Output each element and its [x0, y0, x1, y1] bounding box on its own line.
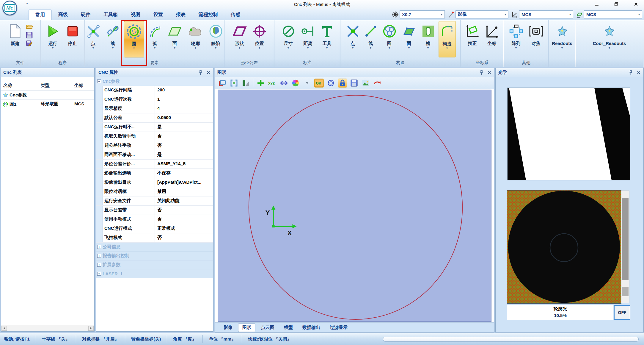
minimize-button[interactable]: [592, 1, 601, 7]
property-row[interactable]: CNC运行次数1: [96, 95, 213, 104]
distance-button[interactable]: 距离▼: [299, 21, 317, 57]
tab-传感[interactable]: 传感: [224, 10, 247, 20]
column-header-名称[interactable]: 名称: [1, 81, 38, 90]
ok-button[interactable]: OK: [314, 79, 324, 88]
line-button[interactable]: 线▼: [104, 21, 122, 57]
close-icon[interactable]: [636, 70, 641, 75]
property-value[interactable]: 关闭此功能: [155, 196, 213, 205]
add-point-button[interactable]: [256, 79, 265, 88]
scene-button[interactable]: [361, 79, 370, 88]
coor-readouts-button[interactable]: Coor_Readouts▼: [591, 21, 628, 57]
shape-tolerance-button[interactable]: 形状▼: [231, 21, 249, 57]
property-value[interactable]: 是: [155, 123, 213, 132]
array-button[interactable]: 阵列▼: [508, 21, 525, 57]
status-item[interactable]: 对象捕捉 『开启』: [76, 336, 125, 342]
combo-probe[interactable]: 影像▾: [455, 10, 508, 18]
list-row[interactable]: Cnc参数: [1, 90, 94, 100]
view-tab-数据输出[interactable]: 数据输出: [299, 324, 324, 332]
scrollbar-thumb[interactable]: [622, 198, 629, 280]
tab-流程控制[interactable]: 流程控制: [192, 10, 224, 20]
property-row[interactable]: 形位公差评价...ASME_Y14_5: [96, 160, 213, 169]
property-value[interactable]: 是: [155, 150, 213, 159]
status-item[interactable]: 快速z软限位 『关闭』: [242, 336, 298, 342]
light-intensity-scrollbar[interactable]: [621, 191, 629, 303]
xyz-button[interactable]: XYZ: [268, 79, 277, 88]
view-tab-模型[interactable]: 模型: [280, 324, 297, 332]
property-value[interactable]: 否: [155, 132, 213, 141]
property-row[interactable]: CNC运行间隔200: [96, 86, 213, 95]
collapsed-section-公司信息[interactable]: +公司信息: [96, 243, 213, 252]
gear-button[interactable]: [326, 79, 335, 88]
collapsed-section-报告输出控制[interactable]: +报告输出控制: [96, 252, 213, 260]
save-as-button[interactable]: [25, 40, 33, 47]
view-tab-过滤显示[interactable]: 过滤显示: [326, 324, 351, 332]
property-value[interactable]: 否: [155, 233, 213, 242]
tab-设置[interactable]: 设置: [147, 10, 169, 20]
graphics-canvas[interactable]: Y X: [218, 90, 491, 322]
cnc-list-hscrollbar[interactable]: [1, 325, 94, 331]
caret-button[interactable]: [303, 79, 312, 88]
readouts-button[interactable]: Readouts▼: [550, 21, 574, 57]
property-row[interactable]: 飞拍模式否: [96, 233, 213, 243]
construct-face-button[interactable]: 面▼: [400, 21, 418, 57]
close-icon[interactable]: [206, 70, 211, 75]
property-value[interactable]: 否: [155, 215, 213, 224]
arc-button[interactable]: 弧▼: [147, 21, 163, 57]
collapsed-section-LASER_1[interactable]: +LASER_1: [96, 269, 213, 278]
palette-button[interactable]: [291, 79, 300, 88]
new-button[interactable]: 新建: [7, 21, 23, 57]
restore-button[interactable]: [612, 1, 621, 7]
defect-button[interactable]: 缺陷▼: [207, 21, 224, 57]
status-item[interactable]: 角度 『度』: [167, 336, 202, 342]
close-button[interactable]: [632, 1, 640, 7]
status-item[interactable]: 帮助, 请按F1: [3, 336, 36, 342]
column-header-类型[interactable]: 类型: [38, 81, 72, 90]
open-folder-button[interactable]: [25, 23, 33, 30]
measured-circle[interactable]: [249, 95, 462, 319]
pin-icon[interactable]: [479, 70, 484, 75]
point-button[interactable]: 点▼: [85, 21, 102, 57]
contour-button[interactable]: 轮廓▼: [186, 21, 205, 57]
scrollbar-thumb2[interactable]: [622, 287, 629, 296]
property-value[interactable]: [AppPath]\CADPict...: [155, 178, 213, 187]
app-logo-button[interactable]: Me: [2, 1, 17, 15]
property-row[interactable]: 抓取失败转手动否: [96, 132, 213, 141]
view-tab-点云图[interactable]: 点云图: [257, 324, 278, 332]
list-row[interactable]: 圆1环形取圆MCS: [1, 100, 94, 109]
scroll-right-icon[interactable]: [88, 326, 94, 331]
select-all-button[interactable]: [230, 79, 238, 88]
ring-light-view[interactable]: [507, 191, 621, 303]
combo-magnification[interactable]: X0.7▾: [400, 10, 445, 18]
property-value[interactable]: 不保存: [155, 169, 213, 178]
property-row[interactable]: 影像输出选项不保存: [96, 169, 213, 178]
property-row[interactable]: 限位对话框禁用: [96, 187, 213, 196]
pin-icon[interactable]: [628, 70, 633, 75]
property-value[interactable]: 否: [155, 206, 213, 215]
expand-icon[interactable]: +: [97, 263, 101, 267]
camera-binarized-view[interactable]: [508, 88, 630, 180]
status-item[interactable]: 单位 『mm』: [203, 336, 242, 342]
column-header-坐标[interactable]: 坐标: [72, 81, 94, 90]
focus-button[interactable]: 对焦: [527, 21, 545, 57]
combo-coordinate-system[interactable]: MCS▾: [519, 10, 573, 18]
property-row[interactable]: 影像输出目录[AppPath]\CADPict...: [96, 178, 213, 187]
property-value[interactable]: 禁用: [155, 187, 213, 196]
property-value[interactable]: 200: [155, 86, 213, 95]
save-button[interactable]: [25, 31, 33, 39]
construct-button[interactable]: 构造▼: [439, 21, 456, 57]
tab-工具箱[interactable]: 工具箱: [97, 10, 124, 20]
property-section-cnc-params[interactable]: − Cnc参数: [96, 77, 213, 86]
expand-icon[interactable]: +: [97, 272, 101, 276]
circle-button[interactable]: 圆▼: [124, 21, 144, 57]
property-row[interactable]: 同画面不移动...是: [96, 150, 213, 160]
property-row[interactable]: CNC运行时不...是: [96, 123, 213, 132]
combo-workplane[interactable]: MCS▾: [584, 10, 642, 18]
construct-circle-button[interactable]: 圆▼: [381, 21, 398, 57]
property-value[interactable]: ASME_Y14_5: [155, 160, 213, 168]
property-row[interactable]: CNC运行模式正常模式: [96, 224, 213, 233]
fit-view-button[interactable]: [218, 79, 227, 88]
pin-icon[interactable]: [198, 70, 203, 75]
rotate-view-button[interactable]: [241, 79, 250, 88]
tab-常用[interactable]: 常用: [29, 10, 52, 20]
coordinate-button[interactable]: 坐标: [483, 21, 501, 57]
